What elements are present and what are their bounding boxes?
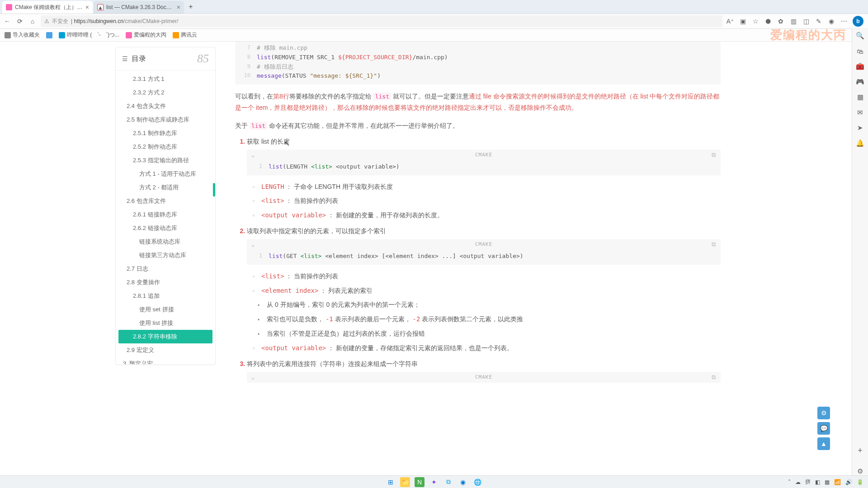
edge-sidebar: 🔍 🛍 🧰 🎮 ▦ ✉ ➤ 🔔 + ⚙ — [852, 28, 868, 42]
collections-icon[interactable]: ▥ — [789, 17, 797, 25]
tab-title: CMake 保姆级教程（上） | 爱编 — [15, 4, 83, 11]
favorites-icon[interactable]: ☆ — [751, 17, 760, 25]
refresh-button[interactable]: ⟳ — [15, 17, 24, 26]
tab-strip: CMake 保姆级教程（上） | 爱编 × ▲ list — CMake 3.2… — [0, 0, 868, 14]
url-path: /cmake/CMake-primer/ — [123, 18, 178, 24]
bookmarks-bar: 导入收藏夹 哔哩哔哩 ( ゜- ゜)つ... 爱编程的大丙 腾讯云 — [0, 29, 868, 42]
bookmark-item[interactable]: 腾讯云 — [173, 31, 197, 39]
home-button[interactable]: ⌂ — [28, 17, 37, 26]
browser-tab-active[interactable]: CMake 保姆级教程（上） | 爱编 × — [2, 1, 93, 14]
close-icon[interactable]: × — [177, 4, 180, 11]
browser-tab[interactable]: ▲ list — CMake 3.26.3 Documenta × — [94, 1, 184, 14]
split-icon[interactable]: ◫ — [802, 17, 810, 25]
profile-icon[interactable]: ◉ — [827, 17, 835, 25]
lock-icon: ⚠ — [44, 18, 49, 24]
bookmark-item[interactable]: 哔哩哔哩 ( ゜- ゜)つ... — [59, 31, 119, 39]
extension-icon[interactable]: ⬢ — [764, 17, 772, 25]
watermark: 爱编程的大丙 — [770, 27, 846, 42]
insecure-label: 不安全 — [52, 18, 68, 25]
extension-icon[interactable]: ✎ — [815, 17, 823, 25]
favicon — [6, 4, 12, 10]
bookmark-import[interactable]: 导入收藏夹 — [5, 31, 40, 39]
extension-icon[interactable]: ✿ — [777, 17, 785, 25]
translate-icon[interactable]: ▣ — [739, 17, 747, 25]
bookmark-item[interactable]: 爱编程的大丙 — [126, 31, 166, 39]
search-icon[interactable]: 🔍 — [856, 32, 864, 40]
bookmark-item[interactable] — [46, 32, 52, 38]
more-icon[interactable]: ⋯ — [840, 17, 848, 25]
favicon: ▲ — [97, 4, 104, 10]
reading-icon[interactable]: A⁺ — [726, 17, 734, 25]
close-icon[interactable]: × — [85, 4, 89, 11]
tab-title: list — CMake 3.26.3 Documenta — [106, 4, 174, 10]
back-button[interactable]: ← — [3, 17, 12, 26]
new-tab-button[interactable]: + — [185, 3, 197, 11]
address-bar[interactable]: ⚠ 不安全 | https://subingwen.cn/cmake/CMake… — [41, 15, 722, 27]
url-host: https://subingwen.cn — [74, 18, 123, 24]
toolbar-right: A⁺ ▣ ☆ ⬢ ✿ ▥ ◫ ✎ ◉ ⋯ b — [726, 16, 865, 27]
bing-button[interactable]: b — [853, 16, 863, 27]
